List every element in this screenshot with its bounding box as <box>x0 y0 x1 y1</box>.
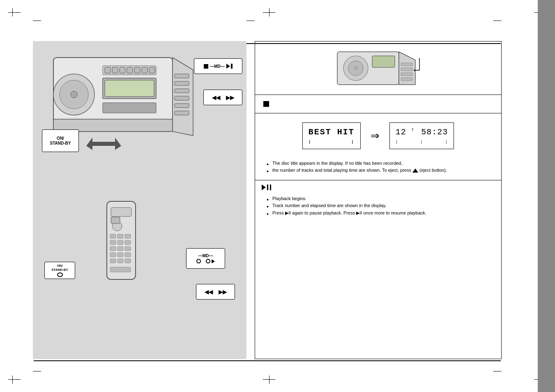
svg-rect-11 <box>127 67 133 73</box>
stop-section <box>255 95 501 113</box>
next-symbol-top: ▶▶ <box>226 95 234 101</box>
svg-rect-33 <box>117 247 123 251</box>
svg-rect-36 <box>117 253 123 257</box>
svg-rect-6 <box>103 103 156 113</box>
on-standby-remote-label: ON/STAND-BY <box>51 264 68 272</box>
svg-rect-12 <box>134 67 140 73</box>
svg-rect-32 <box>110 247 116 251</box>
svg-rect-35 <box>110 253 116 257</box>
time-superscript: T <box>412 128 414 132</box>
display-section-bullets: The disc title appears in the display. I… <box>262 158 495 176</box>
svg-rect-13 <box>142 67 147 73</box>
prev-next-button-top[interactable]: ◀◀ ▶▶ <box>203 90 242 105</box>
svg-rect-20 <box>175 111 189 115</box>
svg-rect-41 <box>110 267 131 272</box>
svg-marker-22 <box>86 138 121 150</box>
arrow-right-symbol: ⇒ <box>371 128 380 144</box>
play-section-bullets: Playback begins. Track number and elapse… <box>262 194 495 219</box>
svg-rect-37 <box>125 253 131 257</box>
device-closeup-svg <box>333 46 424 91</box>
margin-line-tl <box>33 21 41 21</box>
crop-mark-bc-v <box>269 376 269 384</box>
svg-rect-5 <box>105 80 154 97</box>
svg-rect-34 <box>125 247 131 251</box>
display-bullet-2: the number of tracks and total playing t… <box>267 167 490 174</box>
svg-rect-47 <box>372 56 395 67</box>
on-standby-label: ON/ STAND-BY <box>50 136 71 146</box>
svg-point-3 <box>71 91 77 98</box>
stop-section-symbol <box>263 101 269 107</box>
svg-rect-16 <box>175 81 189 85</box>
track-number: 1 <box>396 127 401 137</box>
crop-mark-tc-v <box>269 8 269 16</box>
device-closeup-section <box>255 42 501 95</box>
display-area: BEST HIT | | ⇒ 12 T 58:23 | | <box>262 118 495 154</box>
svg-rect-8 <box>105 67 111 73</box>
stop-remote <box>196 259 201 263</box>
crop-mark-bl-h <box>8 379 21 380</box>
svg-rect-9 <box>112 67 118 73</box>
svg-rect-24 <box>111 208 131 217</box>
md-label-top: —MD— <box>210 64 225 69</box>
svg-rect-27 <box>117 234 123 238</box>
svg-rect-28 <box>125 234 131 238</box>
next-remote-symbol: ▶▶ <box>219 289 227 295</box>
display-box-time: 12 T 58:23 | | | <box>389 122 454 149</box>
svg-rect-38 <box>110 259 116 263</box>
margin-line-tc <box>246 21 255 21</box>
svg-rect-18 <box>175 96 189 100</box>
svg-rect-10 <box>120 67 125 73</box>
display-bullet-1: The disc title appears in the display. I… <box>267 160 490 167</box>
main-content: ON/ STAND-BY —MD— ◀◀ ▶▶ —MD— <box>33 41 502 359</box>
on-standby-button-unit[interactable]: ON/ STAND-BY <box>42 129 79 152</box>
margin-line-br <box>493 371 502 371</box>
play-section-symbol <box>262 184 272 190</box>
svg-rect-50 <box>401 73 412 76</box>
crop-mark-bl-v <box>12 376 13 384</box>
play-pause-symbol-top <box>226 64 233 69</box>
svg-rect-49 <box>401 68 412 71</box>
prev-symbol-top: ◀◀ <box>212 95 220 101</box>
play-bullet-1: Playback begins. <box>267 195 490 203</box>
svg-rect-31 <box>125 240 131 244</box>
md-label-remote: —MD— <box>198 254 213 258</box>
svg-rect-48 <box>401 63 412 66</box>
svg-rect-26 <box>110 234 116 238</box>
margin-line-bl <box>33 371 41 371</box>
on-standby-remote-button[interactable]: ON/STAND-BY <box>44 262 75 279</box>
prev-remote-symbol: ◀◀ <box>205 289 213 295</box>
margin-line-tr <box>493 21 502 21</box>
play-bullet-3: Press ▶II again to pause playback. Press… <box>267 210 490 217</box>
right-panel: BEST HIT | | ⇒ 12 T 58:23 | | <box>255 41 502 359</box>
display-section: BEST HIT | | ⇒ 12 T 58:23 | | <box>255 113 501 180</box>
crop-mark-tl-v <box>12 8 13 16</box>
svg-rect-42 <box>111 217 120 224</box>
play-bullet-2: Track number and elapsed time are shown … <box>267 202 490 210</box>
stop-md-play-button[interactable]: —MD— <box>194 58 242 74</box>
display-box-title: BEST HIT | | <box>302 122 361 149</box>
md-remote-button[interactable]: —MD— <box>186 248 225 269</box>
svg-rect-14 <box>149 67 155 73</box>
left-panel: ON/ STAND-BY —MD— ◀◀ ▶▶ —MD— <box>33 41 246 359</box>
svg-rect-15 <box>175 74 189 78</box>
svg-rect-51 <box>401 78 412 81</box>
svg-rect-39 <box>117 259 123 263</box>
svg-point-46 <box>354 66 358 70</box>
prev-next-remote-button[interactable]: ◀◀ ▶▶ <box>196 284 235 300</box>
svg-rect-29 <box>110 240 116 244</box>
right-sidebar <box>538 0 555 392</box>
play-remote <box>206 259 215 263</box>
crop-mark-tl-h <box>8 12 21 13</box>
best-hit-text: BEST HIT <box>309 127 355 137</box>
on-standby-remote-circle <box>57 272 63 277</box>
play-section: Playback begins. Track number and elapse… <box>255 180 501 359</box>
bottom-rule <box>34 360 501 361</box>
time-value: 58:23 <box>421 127 448 137</box>
svg-rect-17 <box>175 89 189 93</box>
stop-symbol-top <box>204 64 208 69</box>
svg-rect-19 <box>175 104 189 108</box>
svg-rect-30 <box>117 240 123 244</box>
svg-rect-40 <box>125 259 131 263</box>
